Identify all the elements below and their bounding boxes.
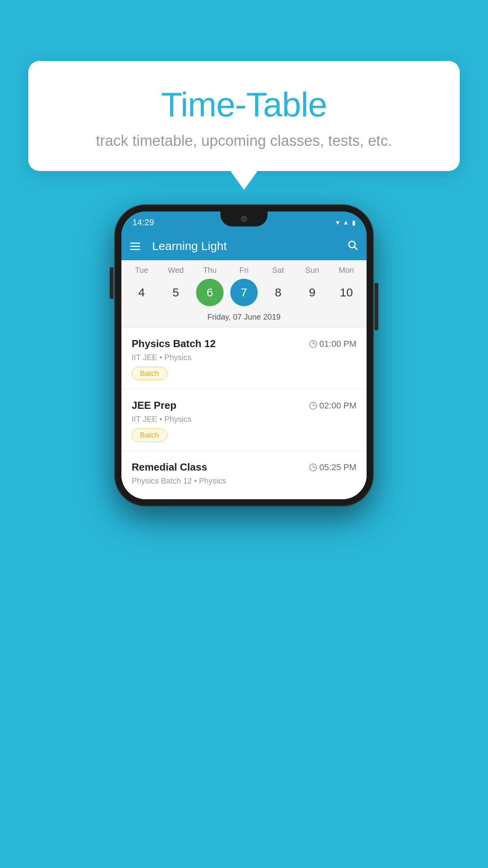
wifi-icon: ▾	[336, 218, 339, 227]
day-sun: Sun	[299, 266, 326, 275]
batch-tag-1: Batch	[132, 367, 167, 380]
class-time-1: 01:00 PM	[309, 339, 356, 349]
class-name-1: Physics Batch 12	[132, 338, 216, 350]
svg-line-1	[354, 247, 357, 249]
date-7-selected[interactable]: 7	[230, 279, 258, 306]
clock-icon-1	[309, 340, 317, 348]
day-wed: Wed	[162, 266, 189, 275]
day-mon: Mon	[332, 266, 360, 275]
day-thu: Thu	[196, 266, 224, 275]
date-10[interactable]: 10	[332, 279, 360, 306]
battery-icon: ▮	[352, 219, 356, 226]
day-sat: Sat	[264, 266, 292, 275]
date-6-today[interactable]: 6	[196, 279, 224, 306]
class-meta-1: IIT JEE • Physics	[132, 353, 356, 362]
tooltip-title: Time-Table	[56, 85, 432, 125]
class-time-text-3: 05:25 PM	[319, 462, 356, 473]
status-icons: ▾ ▲ ▮	[336, 218, 356, 227]
date-8[interactable]: 8	[264, 279, 292, 306]
class-item-1[interactable]: Physics Batch 12 01:00 PM IIT JEE • Phys…	[121, 327, 367, 389]
class-item-3[interactable]: Remedial Class 05:25 PM Physics Batch 12…	[121, 451, 367, 499]
status-time: 14:29	[132, 217, 154, 228]
selected-date-label: Friday, 07 June 2019	[121, 310, 367, 327]
search-button[interactable]	[347, 239, 358, 253]
menu-icon[interactable]	[130, 243, 140, 250]
camera-dot	[241, 216, 247, 222]
class-time-text-1: 01:00 PM	[319, 339, 356, 349]
phone-frame: 14:29 ▾ ▲ ▮ Learning Light	[114, 204, 374, 506]
date-5[interactable]: 5	[162, 279, 189, 306]
app-header: Learning Light	[121, 232, 367, 260]
phone-mockup: 14:29 ▾ ▲ ▮ Learning Light	[114, 204, 374, 506]
calendar-days-header: Tue Wed Thu Fri Sat Sun Mon	[121, 260, 367, 277]
batch-tag-2: Batch	[132, 428, 167, 442]
class-item-2-header: JEE Prep 02:00 PM	[132, 399, 356, 412]
class-list: Physics Batch 12 01:00 PM IIT JEE • Phys…	[121, 327, 367, 499]
tooltip-card: Time-Table track timetable, upcoming cla…	[28, 61, 460, 171]
app-title: Learning Light	[152, 239, 347, 253]
date-9[interactable]: 9	[299, 279, 326, 306]
phone-notch	[220, 211, 268, 226]
day-fri: Fri	[230, 266, 258, 275]
class-name-3: Remedial Class	[132, 461, 207, 473]
class-time-3: 05:25 PM	[309, 462, 356, 473]
class-meta-3: Physics Batch 12 • Physics	[132, 476, 356, 485]
class-meta-2: IIT JEE • Physics	[132, 415, 356, 424]
day-tue: Tue	[128, 266, 155, 275]
phone-screen: 14:29 ▾ ▲ ▮ Learning Light	[121, 211, 367, 499]
class-item-2[interactable]: JEE Prep 02:00 PM IIT JEE • Physics Batc…	[121, 389, 367, 451]
tooltip-subtitle: track timetable, upcoming classes, tests…	[56, 132, 432, 149]
class-item-3-header: Remedial Class 05:25 PM	[132, 461, 356, 473]
class-time-2: 02:00 PM	[309, 401, 356, 411]
date-4[interactable]: 4	[128, 279, 155, 306]
calendar-section: Tue Wed Thu Fri Sat Sun Mon 4 5 6 7 8 9 …	[121, 260, 367, 327]
class-item-1-header: Physics Batch 12 01:00 PM	[132, 338, 356, 350]
clock-icon-2	[309, 402, 317, 410]
class-name-2: JEE Prep	[132, 399, 176, 412]
signal-icon: ▲	[343, 219, 349, 226]
class-time-text-2: 02:00 PM	[319, 401, 356, 411]
clock-icon-3	[309, 463, 317, 471]
calendar-dates: 4 5 6 7 8 9 10	[121, 277, 367, 310]
